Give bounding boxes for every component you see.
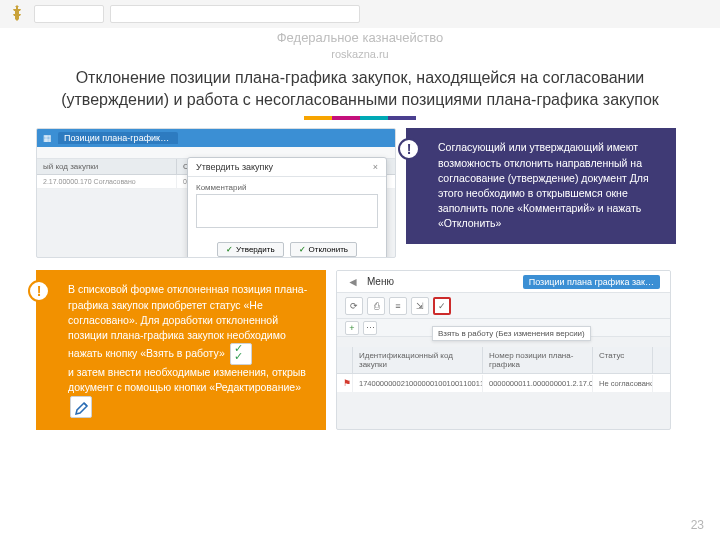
app-tab[interactable]: Позиции плана-графика зак… xyxy=(58,132,178,144)
flag-icon: ⚑ xyxy=(337,374,353,392)
exclaim-icon: ! xyxy=(28,280,50,302)
close-icon[interactable]: × xyxy=(373,162,378,172)
back-icon[interactable]: ◄ xyxy=(347,275,359,289)
callout-orange: ! В списковой форме отклоненная позиция … xyxy=(36,270,326,429)
exclaim-icon: ! xyxy=(398,138,420,160)
app-tab[interactable]: Позиции плана графика зак… xyxy=(523,275,660,289)
tool-add-icon[interactable]: + xyxy=(345,321,359,335)
page-number: 23 xyxy=(691,518,704,532)
grid-row[interactable]: ⚑ 174000000021000000100100110011 0000000… xyxy=(337,374,670,392)
page-title: Отклонение позиции плана-графика закупок… xyxy=(0,61,720,114)
menu-bar: ◄ Меню Позиции плана графика зак… xyxy=(337,271,670,293)
tool-misc-icon[interactable]: ⋯ xyxy=(363,321,377,335)
site-name: roskazna.ru xyxy=(0,47,720,61)
org-name: Федеральное казначейство xyxy=(0,30,720,47)
app-tab-header: ▦ Позиции плана-графика зак… xyxy=(37,129,395,147)
take-to-work-icon xyxy=(230,343,252,365)
tool-filter-icon[interactable]: ≡ xyxy=(389,297,407,315)
toolbar: ⟳ ⎙ ≡ ⇲ ✓ xyxy=(337,293,670,319)
take-to-work-button[interactable]: ✓ xyxy=(433,297,451,315)
tooltip: Взять в работу (Без изменения версии) xyxy=(432,326,591,341)
address-segment xyxy=(34,5,104,23)
screenshot-approve-dialog: ▦ Позиции плана-графика зак… ый код заку… xyxy=(36,128,396,258)
tool-export-icon[interactable]: ⇲ xyxy=(411,297,429,315)
callout-indigo: ! Согласующий или утверждающий имеют воз… xyxy=(406,128,676,243)
comment-label: Комментарий xyxy=(196,183,378,192)
grid-header: Идентификационный код закупки Номер пози… xyxy=(337,347,670,374)
reject-button[interactable]: ✓Отклонить xyxy=(290,242,357,257)
tool-print-icon[interactable]: ⎙ xyxy=(367,297,385,315)
screenshot-list-view: ◄ Меню Позиции плана графика зак… ⟳ ⎙ ≡ … xyxy=(336,270,671,430)
approve-button[interactable]: ✓Утвердить xyxy=(217,242,284,257)
emblem-icon xyxy=(6,3,28,25)
color-strip xyxy=(0,116,720,120)
dialog-title: Утвердить закупку xyxy=(196,162,273,172)
approve-dialog: Утвердить закупку × Комментарий ✓Утверди… xyxy=(187,157,387,258)
tool-refresh-icon[interactable]: ⟳ xyxy=(345,297,363,315)
menu-label[interactable]: Меню xyxy=(367,276,394,287)
browser-top-bar xyxy=(0,0,720,28)
address-segment xyxy=(110,5,360,23)
edit-icon xyxy=(70,396,92,418)
comment-field[interactable] xyxy=(196,194,378,228)
header-text: Федеральное казначейство roskazna.ru xyxy=(0,30,720,61)
